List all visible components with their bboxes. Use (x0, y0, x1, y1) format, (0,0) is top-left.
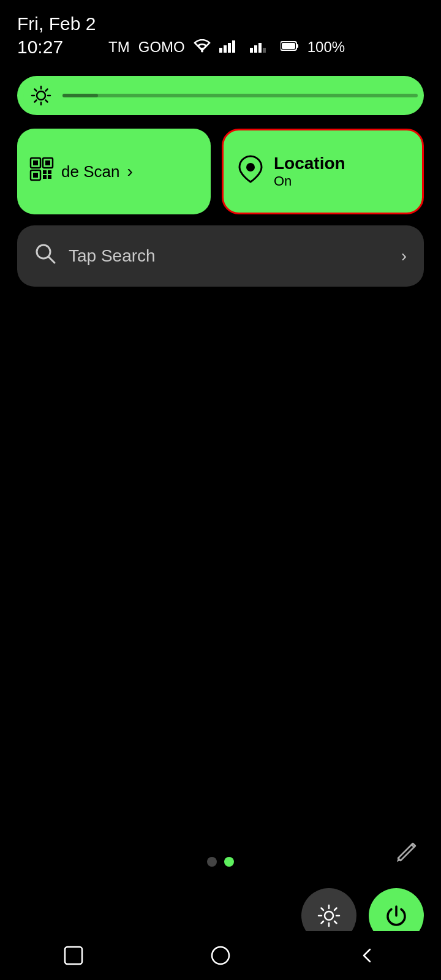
svg-line-18 (46, 100, 48, 102)
svg-rect-3 (228, 43, 231, 53)
location-tile[interactable]: Location On (222, 129, 424, 214)
location-tile-text: Location On (274, 154, 345, 189)
search-icon (34, 243, 56, 270)
svg-rect-10 (296, 44, 298, 48)
status-date: Fri, Feb 2 (17, 13, 96, 34)
signal-icon-2 (250, 39, 272, 55)
brightness-track[interactable] (62, 94, 418, 97)
status-time: 10:27 (17, 37, 63, 58)
svg-line-19 (35, 100, 37, 102)
nav-back-button[interactable] (343, 931, 392, 980)
qr-code-tile[interactable]: de Scan › (17, 129, 211, 214)
svg-line-33 (48, 257, 55, 263)
battery-icon (281, 40, 299, 54)
svg-point-0 (201, 50, 203, 53)
nav-home-button[interactable] (196, 931, 245, 980)
svg-rect-7 (258, 43, 262, 53)
status-carrier2: GOMO (138, 39, 185, 56)
svg-rect-27 (43, 170, 47, 174)
home-icon (209, 944, 232, 967)
svg-rect-2 (224, 45, 227, 53)
qr-tile-arrow: › (127, 162, 132, 181)
svg-rect-30 (48, 175, 51, 179)
svg-rect-1 (219, 48, 222, 53)
brightness-knob[interactable] (23, 78, 59, 113)
dock-power-icon (383, 903, 409, 929)
dock-settings-icon (316, 903, 342, 929)
page-dot-1[interactable] (207, 857, 217, 867)
page-dot-2[interactable] (224, 857, 234, 867)
location-tile-status: On (274, 173, 345, 189)
brightness-slider-container[interactable] (17, 76, 424, 115)
svg-rect-4 (232, 40, 235, 53)
search-bar[interactable]: Tap Search › (17, 225, 424, 287)
svg-rect-28 (48, 170, 51, 174)
edit-icon (394, 840, 419, 864)
status-carrier1: TM (108, 39, 130, 56)
svg-point-12 (37, 91, 45, 100)
svg-line-17 (35, 89, 37, 91)
location-icon (238, 155, 263, 189)
brightness-fill (62, 94, 98, 97)
qr-tile-label: de Scan (61, 162, 119, 181)
search-label: Tap Search (69, 246, 389, 266)
search-arrow: › (401, 246, 407, 266)
svg-rect-26 (33, 173, 38, 178)
signal-icon (219, 39, 241, 55)
svg-point-34 (325, 911, 333, 920)
svg-rect-24 (45, 160, 50, 165)
page-indicator-row (0, 857, 441, 867)
svg-rect-22 (33, 160, 38, 165)
nav-bar (0, 931, 441, 980)
svg-rect-29 (43, 175, 47, 179)
battery-label: 100% (307, 39, 345, 56)
nav-recent-button[interactable] (49, 931, 98, 980)
back-icon (356, 944, 379, 967)
svg-point-31 (246, 163, 255, 172)
svg-point-36 (212, 947, 229, 964)
svg-rect-35 (65, 947, 82, 964)
location-tile-name: Location (274, 154, 345, 173)
qr-code-icon (29, 157, 54, 187)
recent-icon (62, 944, 85, 967)
svg-rect-5 (250, 48, 253, 53)
wifi-icon (194, 39, 211, 55)
svg-rect-6 (254, 45, 257, 53)
brightness-icon (31, 85, 51, 106)
edit-button[interactable] (394, 840, 419, 867)
svg-rect-11 (282, 43, 295, 49)
svg-rect-8 (263, 48, 266, 53)
svg-line-20 (46, 89, 48, 91)
